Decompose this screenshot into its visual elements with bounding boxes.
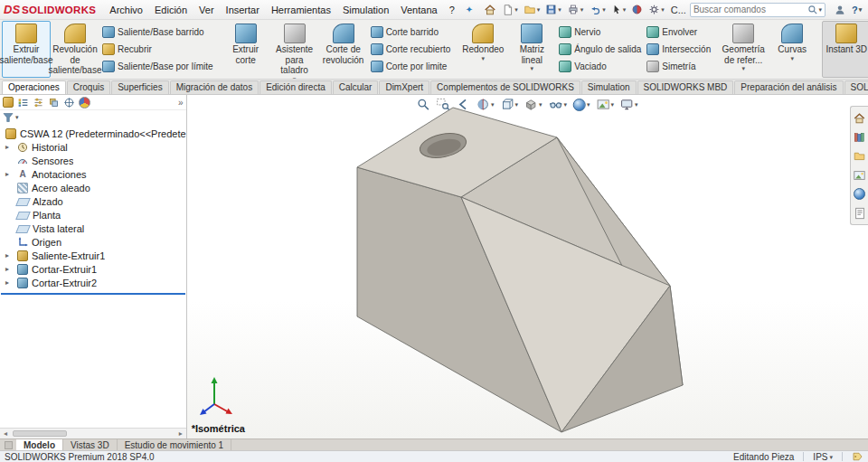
tab-dimxpert[interactable]: DimXpert — [379, 80, 429, 94]
custom-properties-button[interactable] — [853, 206, 867, 220]
dropdown-caret-icon[interactable] — [829, 454, 833, 460]
file-explorer-button[interactable] — [853, 149, 867, 163]
wrap-button[interactable]: Envolver — [644, 24, 713, 39]
tab-edicion-directa[interactable]: Edición directa — [259, 80, 332, 94]
dropdown-caret-icon[interactable] — [790, 55, 794, 61]
search-input[interactable] — [693, 5, 807, 14]
dropdown-caret-icon[interactable] — [580, 6, 584, 13]
tab-calcular[interactable]: Calcular — [333, 80, 379, 94]
reference-geometry-button[interactable]: Geometría de refer... — [719, 21, 768, 78]
filter-funnel-icon[interactable] — [3, 112, 14, 123]
menu-archivo[interactable]: Archivo — [104, 3, 148, 17]
dropdown-caret-icon[interactable] — [623, 6, 627, 13]
status-tag-icon[interactable] — [852, 451, 863, 462]
tree-item-cortar-extruir2[interactable]: Cortar-Extruir2 — [0, 276, 186, 289]
dropdown-caret-icon[interactable] — [482, 55, 486, 61]
tree-item-anotaciones[interactable]: Anotaciones — [0, 167, 186, 181]
expand-arrow-icon[interactable] — [5, 141, 14, 154]
dimxpertmanager-tab-icon[interactable] — [63, 97, 75, 108]
rollback-bar[interactable] — [1, 293, 185, 295]
select-button[interactable] — [609, 3, 628, 16]
display-style-button[interactable] — [524, 97, 543, 112]
boundary-cut-button[interactable]: Corte por limite — [368, 59, 454, 73]
mirror-button[interactable]: Simetría — [644, 59, 713, 73]
tab-complementos[interactable]: Complementos de SOLIDWORKS — [430, 80, 580, 94]
revolve-boss-button[interactable]: Revolución de saliente/base — [51, 21, 99, 78]
tab-solidworks-cam[interactable]: SOLIDWORKS CAM — [844, 80, 868, 94]
tree-item-cortar-extruir1[interactable]: Cortar-Extruir1 — [0, 262, 186, 276]
menu-simulation[interactable]: Simulation — [337, 3, 394, 17]
dropdown-caret-icon[interactable] — [531, 65, 534, 71]
view-palette-button[interactable] — [853, 168, 867, 182]
tab-croquis[interactable]: Croquis — [67, 80, 110, 94]
hide-show-items-button[interactable] — [548, 97, 569, 112]
tree-item-sensores[interactable]: Sensores — [0, 154, 186, 167]
tree-item-origen[interactable]: Origen — [0, 235, 186, 249]
menu-edicion[interactable]: Edición — [149, 3, 193, 17]
save-button[interactable] — [543, 3, 563, 16]
home-button[interactable] — [482, 3, 498, 17]
zoom-fit-button[interactable] — [416, 97, 431, 112]
menu-herramientas[interactable]: Herramientas — [266, 3, 336, 17]
manager-tabs-overflow-icon[interactable] — [178, 98, 184, 108]
shell-button[interactable]: Vaciado — [556, 59, 644, 73]
unit-system-selector[interactable]: IPS — [813, 452, 833, 462]
scroll-right-icon[interactable] — [175, 429, 186, 438]
expand-arrow-icon[interactable] — [5, 250, 14, 262]
view-orientation-button[interactable] — [500, 97, 520, 112]
revolved-cut-button[interactable]: Corte de revolución — [319, 21, 368, 78]
design-library-button[interactable] — [853, 130, 867, 144]
dropdown-caret-icon[interactable] — [611, 101, 615, 108]
apply-scene-button[interactable] — [596, 97, 616, 112]
dropdown-caret-icon[interactable] — [491, 101, 495, 108]
edit-appearance-button[interactable] — [572, 98, 591, 112]
dropdown-caret-icon[interactable] — [741, 65, 745, 71]
dropdown-caret-icon[interactable] — [602, 6, 606, 13]
tree-item-saliente-extruir1[interactable]: Saliente-Extruir1 — [0, 249, 186, 262]
tree-item-vista-lateral[interactable]: Vista lateral — [0, 222, 186, 235]
appearances-scenes-button[interactable] — [853, 187, 867, 201]
extrude-cut-button[interactable]: Extruir corte — [222, 21, 270, 78]
dropdown-caret-icon[interactable] — [587, 101, 590, 108]
new-document-button[interactable] — [500, 3, 520, 17]
tree-horizontal-scrollbar[interactable] — [0, 428, 186, 438]
dropdown-caret-icon[interactable] — [661, 6, 665, 13]
graphics-viewport[interactable]: *Isométrica — [187, 95, 868, 438]
fillet-button[interactable]: Redondeo — [458, 21, 507, 78]
previous-view-button[interactable] — [456, 97, 471, 112]
curves-button[interactable]: Curvas — [768, 21, 816, 78]
extrude-boss-button[interactable]: Extruir saliente/base — [2, 21, 51, 78]
lofted-cut-button[interactable]: Corte recubierto — [368, 42, 454, 56]
menu-ventana[interactable]: Ventana — [395, 3, 442, 17]
dropdown-caret-icon[interactable] — [537, 6, 541, 13]
tab-vistas-3d[interactable]: Vistas 3D — [63, 439, 118, 450]
configurationmanager-tab-icon[interactable] — [48, 97, 60, 108]
draft-button[interactable]: Ángulo de salida — [556, 42, 644, 56]
tab-modelo[interactable]: Modelo — [16, 439, 63, 450]
scrollbar-track[interactable] — [11, 429, 175, 438]
tab-estudio-movimiento[interactable]: Estudio de movimiento 1 — [118, 439, 232, 450]
tab-simulation[interactable]: Simulation — [581, 80, 637, 94]
tab-operaciones[interactable]: Operaciones — [2, 80, 66, 94]
tree-item-material[interactable]: Acero aleado — [0, 181, 186, 194]
filter-caret-icon[interactable] — [15, 114, 19, 120]
displaymanager-tab-icon[interactable] — [79, 97, 90, 108]
dropdown-caret-icon[interactable] — [514, 6, 518, 13]
dropdown-caret-icon[interactable] — [859, 6, 863, 13]
part-model-3d[interactable] — [187, 95, 868, 438]
linear-pattern-button[interactable]: Matriz lineal — [507, 21, 556, 78]
rebuild-button[interactable] — [629, 3, 645, 16]
tab-solidworks-mbd[interactable]: SOLIDWORKS MBD — [637, 80, 734, 94]
menu-ver[interactable]: Ver — [193, 3, 220, 17]
dropdown-caret-icon[interactable] — [564, 101, 568, 108]
search-icon[interactable] — [807, 5, 818, 15]
print-button[interactable] — [565, 3, 586, 16]
rib-button[interactable]: Nervio — [556, 24, 644, 39]
scrollbar-thumb[interactable] — [13, 430, 67, 437]
help-button[interactable]: ? — [852, 5, 862, 15]
dropdown-caret-icon[interactable] — [558, 6, 561, 13]
undo-button[interactable] — [587, 3, 608, 16]
qat-more-button[interactable]: C... — [668, 4, 689, 16]
tree-item-alzado[interactable]: Alzado — [0, 194, 186, 208]
options-button[interactable] — [646, 3, 666, 16]
